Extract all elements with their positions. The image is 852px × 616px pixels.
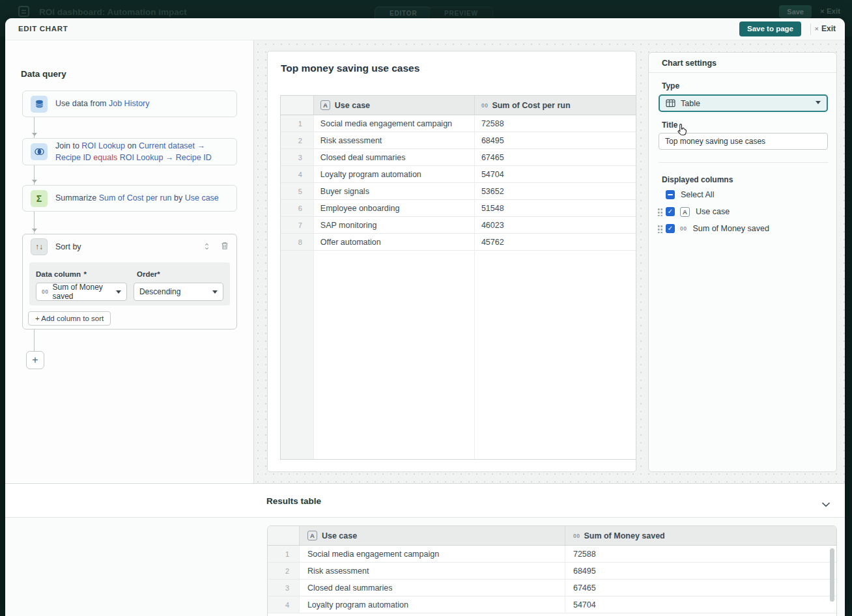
select-all-row[interactable]: Select All: [649, 188, 836, 201]
chart-type-select[interactable]: Table: [659, 94, 828, 112]
divider: [649, 72, 836, 73]
collapse-icon[interactable]: [203, 241, 210, 253]
required-asterisk: *: [157, 270, 160, 278]
column-header-sum-cost[interactable]: 00Sum of Cost per run: [474, 96, 636, 115]
chevron-down-icon[interactable]: [821, 498, 831, 510]
results-table-header: AUse case 00Sum of Money saved: [268, 526, 836, 546]
job-history-link[interactable]: Job History: [109, 99, 150, 108]
add-column-to-sort-button[interactable]: + Add column to sort: [28, 311, 111, 326]
delete-step-icon[interactable]: [221, 241, 229, 253]
value-cell[interactable]: 54704: [474, 166, 636, 182]
sum-money-saved-checkbox[interactable]: ✓: [666, 224, 675, 233]
required-asterisk: *: [83, 270, 86, 278]
data-query-heading: Data query: [21, 69, 66, 79]
chevron-down-icon: [116, 290, 121, 296]
data-column-select[interactable]: 00 Sum of Money saved: [36, 283, 127, 301]
drag-handle-icon[interactable]: [657, 224, 663, 233]
order-label: Order: [137, 270, 157, 278]
app-logo-icon: [18, 6, 29, 17]
use-case-cell[interactable]: Closed deal summaries: [313, 149, 474, 165]
text-column-icon: A: [680, 207, 690, 217]
results-header[interactable]: Results table: [5, 484, 845, 518]
save-to-page-button[interactable]: Save to page: [739, 21, 801, 36]
row-number: 2: [268, 563, 299, 579]
scrollbar-thumb[interactable]: [830, 548, 834, 602]
row-number: 5: [281, 183, 313, 199]
value-cell[interactable]: 72588: [474, 115, 636, 132]
column-label: Use case: [696, 207, 730, 216]
row-number: 1: [281, 115, 313, 132]
results-table: AUse case 00Sum of Money saved 1Social m…: [267, 525, 837, 616]
use-case-link[interactable]: Use case: [185, 193, 219, 203]
step-use-data[interactable]: Use data from Job History: [22, 91, 237, 117]
table-row: 3Closed deal summaries67465: [281, 149, 636, 166]
roi-lookup-link[interactable]: ROI Lookup: [81, 141, 125, 150]
row-number: 1: [268, 546, 299, 562]
value-cell[interactable]: 53652: [474, 183, 636, 199]
results-heading: Results table: [266, 496, 321, 506]
type-label: Type: [662, 81, 679, 91]
chart-settings-heading: Chart settings: [662, 59, 717, 68]
row-number-header: [281, 96, 313, 115]
use-case-cell[interactable]: Employee onboarding: [313, 200, 474, 216]
value-cell[interactable]: 72588: [565, 546, 836, 562]
table-row: 4Loyalty program automation54704: [281, 166, 636, 183]
table-row: 4Loyalty program automation54704: [268, 596, 836, 613]
value-cell[interactable]: 51548: [474, 200, 636, 216]
table-row: 7SAP monitoring46023: [281, 217, 636, 234]
use-case-checkbox[interactable]: ✓: [666, 207, 675, 216]
drag-handle-icon[interactable]: [657, 207, 663, 216]
tab-editor[interactable]: EDITOR: [375, 7, 432, 19]
table-type-icon: [666, 99, 675, 107]
preview-table: AUse case 00Sum of Cost per run 1Social …: [280, 95, 636, 460]
use-case-cell[interactable]: Buyer signals: [313, 183, 474, 199]
title-label: Title: [662, 120, 677, 130]
pipeline-connector: [34, 212, 35, 234]
number-column-icon: 00: [481, 102, 488, 109]
topbar-exit-button[interactable]: × Exit: [820, 7, 840, 15]
displayed-column-row[interactable]: ✓ A Use case: [649, 205, 836, 218]
pipeline-connector: [34, 329, 35, 351]
step-join[interactable]: Join to ROI Lookup on Current dataset → …: [22, 138, 237, 165]
use-case-cell[interactable]: Closed deal summaries: [299, 580, 565, 596]
value-cell[interactable]: 54704: [565, 596, 836, 613]
sum-cost-per-run-link[interactable]: Sum of Cost per run: [99, 193, 172, 203]
value-cell[interactable]: 68495: [565, 563, 836, 579]
tab-preview[interactable]: PREVIEW: [429, 7, 493, 19]
value-cell[interactable]: 67465: [565, 580, 836, 596]
use-case-cell[interactable]: Offer automation: [313, 234, 474, 250]
chart-preview-card: Top money saving use cases AUse case 00S…: [267, 51, 636, 472]
use-case-cell[interactable]: SAP monitoring: [313, 217, 474, 233]
modal-header: EDIT CHART Save to page ×Exit: [5, 18, 845, 40]
preview-table-header: AUse case 00Sum of Cost per run: [281, 96, 636, 115]
order-select[interactable]: Descending: [134, 283, 223, 301]
text-column-icon: A: [320, 100, 330, 110]
use-case-cell[interactable]: Risk assessment: [313, 132, 474, 148]
select-all-checkbox[interactable]: [666, 190, 675, 199]
use-case-cell[interactable]: Social media engagement campaign: [299, 546, 565, 562]
value-cell[interactable]: 68495: [474, 132, 636, 148]
use-case-cell[interactable]: Risk assessment: [299, 563, 565, 579]
modal-exit-button[interactable]: ×Exit: [815, 24, 836, 33]
topbar-save-button[interactable]: Save: [779, 5, 812, 18]
table-row: 2Risk assessment68495: [281, 132, 636, 149]
column-header-sum-money[interactable]: 00Sum of Money saved: [565, 526, 836, 545]
row-number: 4: [268, 596, 299, 613]
header-divider: [810, 23, 811, 35]
value-cell[interactable]: 46023: [474, 217, 636, 233]
chart-title-input[interactable]: [659, 133, 828, 150]
column-header-use-case[interactable]: AUse case: [313, 96, 474, 115]
displayed-column-row[interactable]: ✓ 00 Sum of Money saved: [649, 222, 836, 235]
value-cell[interactable]: 67465: [474, 149, 636, 165]
roi-lookup-recipe-link[interactable]: ROI Lookup → Recipe ID: [120, 153, 212, 162]
step-summarize[interactable]: Σ Summarize Sum of Cost per run by Use c…: [22, 185, 237, 212]
database-icon: [31, 96, 48, 113]
use-case-cell[interactable]: Loyalty program automation: [299, 596, 565, 613]
table-row: 2Risk assessment68495: [268, 563, 836, 580]
sort-step-header[interactable]: ↑↓ Sort by: [23, 234, 236, 259]
use-case-cell[interactable]: Social media engagement campaign: [313, 115, 474, 132]
use-case-cell[interactable]: Loyalty program automation: [313, 166, 474, 182]
column-header-use-case[interactable]: AUse case: [299, 526, 565, 545]
value-cell[interactable]: 45762: [474, 234, 636, 250]
add-step-button[interactable]: +: [26, 351, 44, 369]
